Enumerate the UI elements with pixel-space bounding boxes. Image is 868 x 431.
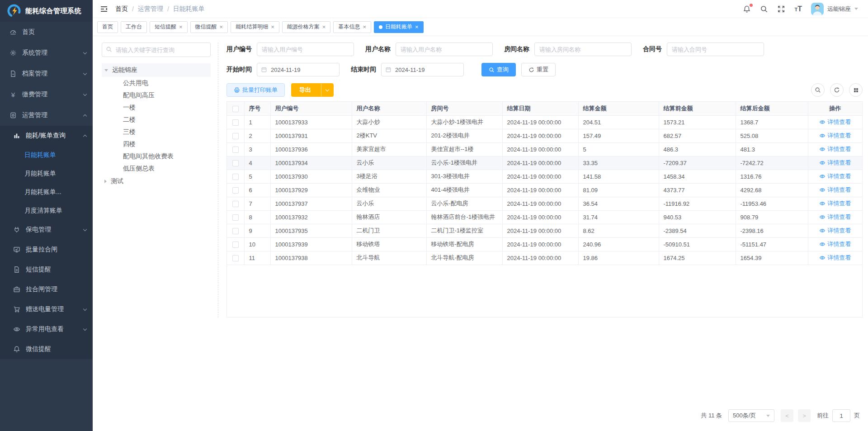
page-size-select[interactable]: 500条/页 bbox=[728, 409, 774, 422]
sidebar-item-power-protect[interactable]: 保电管理 bbox=[0, 220, 93, 240]
tab-sms-remind[interactable]: 短信提醒 × bbox=[150, 21, 188, 33]
font-size-icon[interactable]: TT bbox=[794, 5, 802, 13]
tree-collapse-icon[interactable] bbox=[104, 180, 107, 183]
export-button[interactable]: 导出 bbox=[291, 83, 334, 97]
cell-seq: 4 bbox=[244, 156, 270, 170]
tab-energy-settlement-detail[interactable]: 能耗结算明细 × bbox=[231, 21, 279, 33]
tab-workbench[interactable]: 工作台 bbox=[121, 21, 147, 33]
bell-icon[interactable] bbox=[743, 5, 751, 13]
cell-after-amount: 1368.7 bbox=[736, 115, 808, 129]
tree-node-child[interactable]: 配电间高压 bbox=[102, 89, 211, 101]
sidebar-item-monthly-energy-bill[interactable]: 月能耗账单 bbox=[0, 164, 93, 183]
sidebar-item-sms-remind[interactable]: 短信提醒 bbox=[0, 260, 93, 279]
user-menu[interactable]: 远能锦座 bbox=[811, 3, 858, 15]
sidebar-item-system[interactable]: 系统管理 bbox=[0, 43, 93, 63]
detail-view-link[interactable]: 详情查看 bbox=[819, 145, 851, 153]
tree-node-child[interactable]: 二楼 bbox=[102, 114, 211, 126]
tab-daily-energy-bill[interactable]: 日能耗账单 × bbox=[374, 21, 424, 33]
row-checkbox[interactable] bbox=[232, 214, 239, 221]
table-search-icon[interactable] bbox=[811, 83, 825, 97]
detail-view-link[interactable]: 详情查看 bbox=[819, 254, 851, 262]
batch-print-button[interactable]: 批量打印账单 bbox=[226, 83, 285, 97]
user-code-input[interactable] bbox=[257, 43, 354, 56]
contract-no-input[interactable] bbox=[667, 43, 764, 56]
detail-view-link[interactable]: 详情查看 bbox=[819, 132, 851, 140]
row-checkbox[interactable] bbox=[232, 119, 239, 126]
table-refresh-icon[interactable] bbox=[830, 83, 844, 97]
sidebar-item-energy-bill-query[interactable]: 能耗/账单查询 bbox=[0, 126, 93, 146]
select-all-checkbox[interactable] bbox=[232, 106, 239, 112]
detail-view-link[interactable]: 详情查看 bbox=[819, 199, 851, 208]
detail-view-link[interactable]: 详情查看 bbox=[819, 172, 851, 180]
detail-view-link[interactable]: 详情查看 bbox=[819, 159, 851, 167]
row-checkbox[interactable] bbox=[232, 174, 239, 180]
detail-view-link[interactable]: 详情查看 bbox=[819, 227, 851, 235]
sidebar-item-monthly-clearing-bill[interactable]: 月度清算账单 bbox=[0, 201, 93, 220]
end-date-input[interactable] bbox=[381, 63, 464, 76]
reset-button[interactable]: 重置 bbox=[521, 63, 556, 76]
tab-wechat-remind[interactable]: 微信提醒 × bbox=[190, 21, 228, 33]
sidebar-item-archive[interactable]: 档案管理 bbox=[0, 63, 93, 84]
user-name-input[interactable] bbox=[396, 43, 493, 56]
goto-page-input[interactable] bbox=[832, 409, 850, 422]
fullscreen-icon[interactable] bbox=[777, 5, 785, 13]
sidebar-collapse-icon[interactable] bbox=[100, 5, 108, 13]
tree-node-test[interactable]: 测试 bbox=[102, 175, 211, 188]
row-checkbox[interactable] bbox=[232, 187, 239, 194]
row-checkbox[interactable] bbox=[232, 255, 239, 261]
row-checkbox[interactable] bbox=[232, 133, 239, 139]
detail-view-link[interactable]: 详情查看 bbox=[819, 213, 851, 221]
export-dropdown-toggle[interactable] bbox=[321, 84, 333, 96]
table-columns-grid-icon[interactable] bbox=[849, 83, 863, 97]
cell-seq: 10 bbox=[244, 237, 270, 251]
tree-node-child[interactable]: 一楼 bbox=[102, 101, 211, 114]
detail-view-link[interactable]: 详情查看 bbox=[819, 118, 851, 126]
export-label[interactable]: 导出 bbox=[292, 86, 319, 94]
breadcrumb-home[interactable]: 首页 bbox=[115, 5, 128, 13]
breadcrumb-separator: / bbox=[167, 5, 169, 13]
close-icon[interactable]: × bbox=[415, 24, 419, 30]
close-icon[interactable]: × bbox=[179, 24, 183, 30]
detail-view-link[interactable]: 详情查看 bbox=[819, 186, 851, 194]
close-icon[interactable]: × bbox=[322, 24, 326, 30]
sidebar-item-daily-energy-bill[interactable]: 日能耗账单 bbox=[0, 146, 93, 164]
next-page-button[interactable]: > bbox=[798, 409, 811, 422]
row-checkbox[interactable] bbox=[232, 147, 239, 153]
eye-icon bbox=[13, 326, 21, 333]
sidebar-item-switch-management[interactable]: 拉合闸管理 bbox=[0, 279, 93, 299]
tree-node-child[interactable]: 配电间其他收费表 bbox=[102, 150, 211, 162]
search-icon[interactable] bbox=[760, 5, 768, 13]
sidebar-item-batch-switch[interactable]: 批量拉合闸 bbox=[0, 240, 93, 260]
room-name-input[interactable] bbox=[534, 43, 632, 56]
tree-node-child[interactable]: 低压侧总表 bbox=[102, 162, 211, 175]
tree-expand-icon[interactable] bbox=[104, 69, 108, 71]
tab-energy-price-plan[interactable]: 能源价格方案 × bbox=[282, 21, 331, 33]
tab-basic-info[interactable]: 基本信息 × bbox=[333, 21, 371, 33]
row-checkbox[interactable] bbox=[232, 242, 239, 248]
tree-node-child[interactable]: 三楼 bbox=[102, 126, 211, 138]
tree-node-child[interactable]: 四楼 bbox=[102, 138, 211, 150]
tree-search-input[interactable] bbox=[102, 43, 211, 57]
sidebar-item-monthly-energy-bill-2[interactable]: 月能耗账单... bbox=[0, 183, 93, 201]
tree-node-child[interactable]: 公共用电 bbox=[102, 77, 211, 89]
avatar[interactable] bbox=[811, 3, 824, 15]
sidebar-item-abnormal-power[interactable]: 异常用电查看 bbox=[0, 319, 93, 339]
sidebar-item-wechat-remind[interactable]: 微信提醒 bbox=[0, 339, 93, 359]
close-icon[interactable]: × bbox=[220, 24, 223, 30]
start-date-input[interactable] bbox=[257, 63, 340, 76]
sidebar-item-operations[interactable]: 运营管理 bbox=[0, 105, 93, 126]
query-button[interactable]: 查询 bbox=[481, 63, 516, 76]
sidebar-item-home[interactable]: 首页 bbox=[0, 22, 93, 43]
row-checkbox[interactable] bbox=[232, 201, 239, 207]
tab-home[interactable]: 首页 bbox=[97, 21, 118, 33]
sidebar-item-payment[interactable]: ¥ 缴费管理 bbox=[0, 84, 93, 105]
breadcrumb-section[interactable]: 运营管理 bbox=[138, 5, 163, 13]
prev-page-button[interactable]: < bbox=[781, 409, 793, 422]
row-checkbox[interactable] bbox=[232, 160, 239, 166]
sidebar-item-gift-power[interactable]: 赠送电量管理 bbox=[0, 299, 93, 319]
close-icon[interactable]: × bbox=[271, 24, 274, 30]
row-checkbox[interactable] bbox=[232, 228, 239, 234]
detail-view-link[interactable]: 详情查看 bbox=[819, 240, 851, 248]
tree-node-root[interactable]: 远能锦座 bbox=[102, 63, 211, 77]
close-icon[interactable]: × bbox=[363, 24, 366, 30]
